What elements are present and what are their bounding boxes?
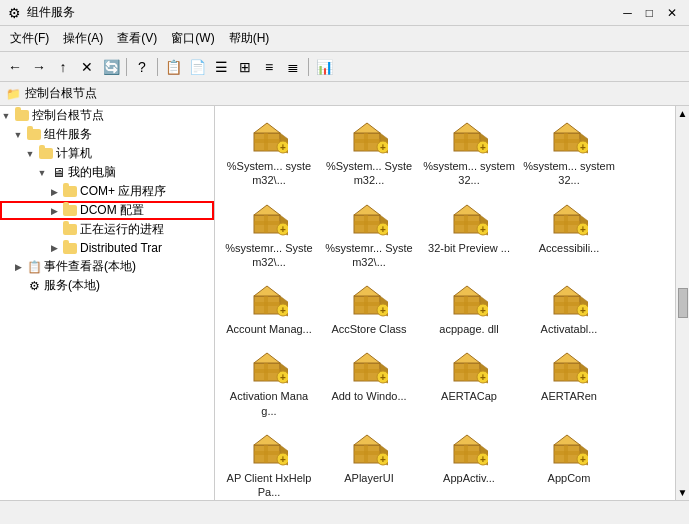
tree-toggle[interactable]: ▼ (0, 110, 12, 122)
toolbar-button[interactable]: ≣ (282, 56, 304, 78)
list-item[interactable]: +AERTACap (419, 340, 519, 422)
menu-item[interactable]: 窗口(W) (165, 28, 220, 49)
scroll-thumb[interactable] (678, 288, 688, 318)
tree-label: 服务(本地) (44, 277, 100, 294)
list-item[interactable]: +%System... System32... (319, 110, 419, 192)
svg-marker-1 (254, 123, 280, 133)
sidebar-item-running[interactable]: 正在运行的进程 (0, 220, 214, 239)
minimize-btn[interactable]: ─ (619, 6, 636, 20)
toolbar-separator (126, 58, 127, 76)
list-item[interactable]: +acppage. dll (419, 273, 519, 340)
scrollbar[interactable]: ▲ ▼ (675, 106, 689, 500)
sidebar-item-complus[interactable]: ▶COM+ 应用程序 (0, 182, 214, 201)
list-item[interactable]: +%system... system32... (419, 110, 519, 192)
icon-image: + (249, 116, 289, 156)
close-btn[interactable]: ✕ (663, 6, 681, 20)
svg-text:+: + (380, 224, 386, 235)
icon-label: AppCom (548, 471, 591, 485)
icon-image: + (249, 279, 289, 319)
svg-rect-39 (354, 221, 380, 225)
sidebar-item-components[interactable]: ▼组件服务 (0, 125, 214, 144)
tree-icon (14, 108, 30, 124)
sidebar-item-services[interactable]: ⚙服务(本地) (0, 276, 214, 295)
toolbar-button[interactable]: 📋 (162, 56, 184, 78)
icon-image: + (449, 198, 489, 238)
tree-label: Distributed Trar (80, 241, 162, 255)
icon-image: + (249, 428, 289, 468)
tree-toggle[interactable]: ▼ (12, 129, 24, 141)
sidebar-item-computer[interactable]: ▼计算机 (0, 144, 214, 163)
menu-item[interactable]: 帮助(H) (223, 28, 276, 49)
list-item[interactable]: +Add to Windo... (319, 340, 419, 422)
menu-bar: 文件(F)操作(A)查看(V)窗口(W)帮助(H) (0, 26, 689, 52)
toolbar-button[interactable]: ↑ (52, 56, 74, 78)
tree-toggle[interactable]: ▶ (48, 205, 60, 217)
svg-marker-29 (254, 205, 280, 215)
sidebar-item-eventviewer[interactable]: ▶📋事件查看器(本地) (0, 257, 214, 276)
tree-label: 组件服务 (44, 126, 92, 143)
list-item[interactable]: +32-bit Preview ... (419, 192, 519, 274)
svg-marker-113 (254, 435, 280, 445)
tree-toggle[interactable]: ▶ (48, 186, 60, 198)
list-item[interactable]: +Account Manag... (219, 273, 319, 340)
toolbar-button[interactable]: 📊 (313, 56, 335, 78)
icon-label: %system... system32... (423, 159, 515, 188)
icon-label: AERTARen (541, 389, 597, 403)
list-item[interactable]: +%systemr... System32\... (219, 192, 319, 274)
menu-item[interactable]: 操作(A) (57, 28, 109, 49)
scroll-up[interactable]: ▲ (678, 108, 688, 119)
svg-text:+: + (280, 454, 286, 465)
status-bar (0, 500, 689, 522)
sidebar-item-mypc[interactable]: ▼🖥我的电脑 (0, 163, 214, 182)
tree-toggle[interactable]: ▶ (12, 261, 24, 273)
toolbar-button[interactable]: 🔄 (100, 56, 122, 78)
list-item[interactable]: +%systemr... System32\... (319, 192, 419, 274)
title-icon: ⚙ (8, 5, 21, 21)
list-item[interactable]: +AppCom (519, 422, 619, 500)
sidebar-item-dcom[interactable]: ▶DCOM 配置 (0, 201, 214, 220)
toolbar-button[interactable]: ← (4, 56, 26, 78)
toolbar-button[interactable]: ⊞ (234, 56, 256, 78)
maximize-btn[interactable]: □ (642, 6, 657, 20)
list-item[interactable]: +AERTARen (519, 340, 619, 422)
icon-label: acppage. dll (439, 322, 498, 336)
scroll-down[interactable]: ▼ (678, 487, 688, 498)
icon-label: %systemr... System32\... (223, 241, 315, 270)
icon-label: AP Client HxHelpPa... (223, 471, 315, 500)
list-item[interactable]: +AccStore Class (319, 273, 419, 340)
list-item[interactable]: +AppActiv... (419, 422, 519, 500)
list-item[interactable]: +Activatabl... (519, 273, 619, 340)
icon-image: + (449, 279, 489, 319)
svg-marker-120 (354, 435, 380, 445)
list-item[interactable]: +AP Client HxHelpPa... (219, 422, 319, 500)
svg-rect-123 (354, 451, 380, 455)
toolbar-button[interactable]: 📄 (186, 56, 208, 78)
list-item[interactable]: +%System... system32\... (219, 110, 319, 192)
svg-rect-11 (354, 139, 380, 143)
tree-toggle[interactable]: ▼ (36, 167, 48, 179)
sidebar-item-distributed[interactable]: ▶Distributed Trar (0, 239, 214, 257)
sidebar-item-root[interactable]: ▼控制台根节点 (0, 106, 214, 125)
menu-item[interactable]: 查看(V) (111, 28, 163, 49)
list-item[interactable]: +Accessibili... (519, 192, 619, 274)
tree-label: 正在运行的进程 (80, 221, 164, 238)
list-item[interactable]: +Activation Manag... (219, 340, 319, 422)
toolbar-button[interactable]: ☰ (210, 56, 232, 78)
svg-marker-85 (254, 353, 280, 363)
tree-toggle[interactable]: ▼ (24, 148, 36, 160)
list-item[interactable]: +APlayerUI (319, 422, 419, 500)
tree-toggle[interactable]: ▶ (48, 242, 60, 254)
menu-item[interactable]: 文件(F) (4, 28, 55, 49)
icon-image: + (349, 198, 389, 238)
toolbar-button[interactable]: → (28, 56, 50, 78)
icon-image: + (549, 198, 589, 238)
tree-icon: 📋 (26, 259, 42, 275)
svg-marker-99 (454, 353, 480, 363)
sidebar[interactable]: ▼控制台根节点▼组件服务▼计算机▼🖥我的电脑▶COM+ 应用程序▶DCOM 配置… (0, 106, 215, 500)
svg-marker-78 (554, 286, 580, 296)
toolbar-button[interactable]: ✕ (76, 56, 98, 78)
toolbar-button[interactable]: ? (131, 56, 153, 78)
icon-label: %System... System32... (323, 159, 415, 188)
toolbar-button[interactable]: ≡ (258, 56, 280, 78)
list-item[interactable]: +%system... system32... (519, 110, 619, 192)
